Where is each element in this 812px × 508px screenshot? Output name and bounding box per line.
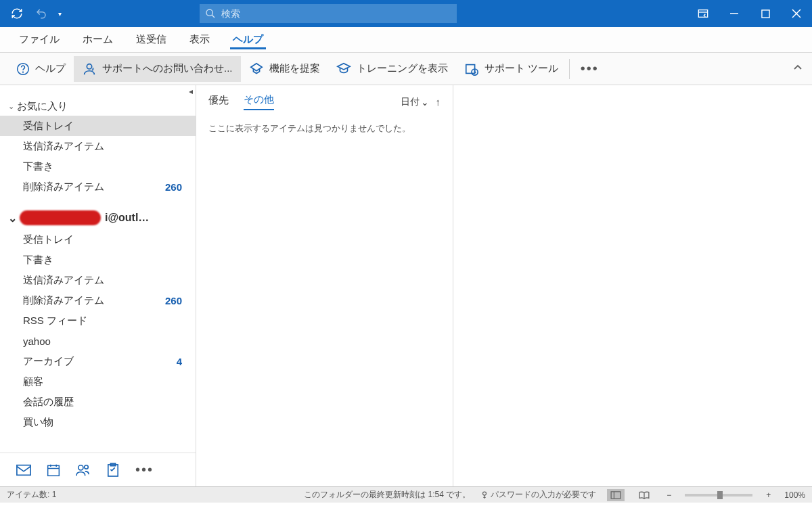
ribbon-support-tools[interactable]: サポート ツール — [456, 56, 566, 82]
favorite-item[interactable]: 削除済みアイテム260 — [0, 177, 196, 197]
account-folder-item[interactable]: 受信トレイ — [0, 229, 196, 250]
chevron-down-icon: ⌄ — [8, 212, 17, 225]
svg-point-10 — [78, 465, 83, 469]
navigation-pane: ◂ ⌄ お気に入り 受信トレイ送信済みアイテム下書き削除済みアイテム260 ⌄ … — [0, 85, 196, 486]
zoom-slider[interactable] — [685, 494, 752, 497]
favorite-item[interactable]: 送信済みアイテム — [0, 136, 196, 156]
account-suffix: i@outl… — [105, 212, 149, 224]
ribbon: ヘルプ サポートへのお問い合わせ... 機能を提案 トレーニングを表示 サポート… — [0, 53, 812, 85]
ribbon-contact-support[interactable]: サポートへのお問い合わせ... — [74, 56, 241, 82]
account-folder-item[interactable]: 会話の履歴 — [0, 392, 196, 412]
help-icon — [16, 62, 30, 76]
undo-button[interactable] — [31, 3, 51, 24]
folder-label: アーカイブ — [23, 355, 74, 368]
status-last-update: このフォルダーの最終更新時刻は 1:54 です。 — [304, 489, 470, 501]
titlebar: ▾ — [0, 0, 812, 27]
folder-label: 下書き — [23, 254, 53, 267]
tab-home[interactable]: ホーム — [73, 27, 122, 52]
svg-rect-8 — [17, 465, 30, 475]
headset-icon — [82, 62, 97, 76]
ribbon-show-training[interactable]: トレーニングを表示 — [328, 56, 456, 82]
folder-label: 顧客 — [23, 375, 43, 388]
tab-view[interactable]: 表示 — [180, 27, 219, 52]
folder-label: 受信トレイ — [23, 233, 74, 246]
folder-label: yahoo — [23, 336, 51, 347]
redacted-account-name — [20, 210, 101, 225]
menu-tabs: ファイル ホーム 送受信 表示 ヘルプ — [0, 27, 812, 53]
ribbon-suggest-feature[interactable]: 機能を提案 — [241, 56, 328, 82]
module-calendar[interactable] — [41, 457, 66, 483]
search-input[interactable] — [221, 8, 451, 19]
account-folder-item[interactable]: RSS フィード — [0, 310, 196, 331]
view-normal[interactable] — [607, 489, 625, 501]
account-header[interactable]: ⌄ i@outl… — [0, 206, 196, 229]
module-more[interactable]: ••• — [130, 462, 159, 478]
folder-count: 260 — [165, 181, 182, 193]
status-item-count: アイテム数: 1 — [7, 489, 56, 501]
svg-rect-2 — [761, 9, 769, 17]
folder-label: 送信済みアイテム — [23, 140, 104, 153]
folder-label: 会話の履歴 — [23, 396, 74, 409]
tab-help[interactable]: ヘルプ — [223, 27, 273, 52]
module-people[interactable] — [70, 457, 96, 483]
module-tasks[interactable] — [100, 457, 126, 483]
window-maximize[interactable] — [750, 0, 781, 27]
account-folder-item[interactable]: 削除済みアイテム260 — [0, 290, 196, 310]
sort-direction-button[interactable]: ↑ — [436, 96, 441, 108]
view-reading[interactable] — [635, 489, 653, 501]
sync-button[interactable] — [7, 3, 27, 24]
svg-point-4 — [23, 72, 24, 72]
message-list-pane: 優先 その他 日付 ⌄ ↑ ここに表示するアイテムは見つかりませんでした。 — [196, 85, 453, 486]
tab-focused[interactable]: 優先 — [208, 94, 229, 110]
sidebar-collapse-button[interactable]: ◂ — [189, 87, 193, 96]
ribbon-collapse-button[interactable] — [793, 63, 803, 74]
status-password-needed[interactable]: パスワードの入力が必要です — [481, 489, 596, 501]
folder-label: 削除済みアイテム — [23, 294, 104, 307]
tab-file[interactable]: ファイル — [9, 27, 69, 52]
search-box[interactable] — [200, 4, 457, 23]
svg-point-14 — [483, 492, 487, 495]
module-mail[interactable] — [11, 457, 37, 483]
folder-label: RSS フィード — [23, 315, 87, 327]
sort-by-button[interactable]: 日付 ⌄ — [401, 96, 429, 108]
tab-send-receive[interactable]: 送受信 — [127, 27, 176, 52]
chevron-down-icon: ⌄ — [8, 102, 14, 111]
chevron-down-icon: ⌄ — [421, 97, 429, 108]
tools-icon — [464, 62, 479, 76]
key-icon — [481, 491, 488, 499]
ribbon-help[interactable]: ヘルプ — [8, 56, 74, 82]
ribbon-help-label: ヘルプ — [35, 62, 66, 75]
account-folder-item[interactable]: 送信済みアイテム — [0, 270, 196, 290]
account-folder-item[interactable]: 下書き — [0, 250, 196, 270]
zoom-out[interactable]: − — [664, 490, 674, 500]
svg-point-0 — [206, 9, 212, 16]
account-folder-item[interactable]: アーカイブ4 — [0, 351, 196, 371]
favorite-item[interactable]: 受信トレイ — [0, 116, 196, 136]
folder-label: 削除済みアイテム — [23, 181, 104, 193]
favorites-label: お気に入り — [17, 100, 68, 113]
tab-other[interactable]: その他 — [244, 93, 274, 110]
folder-label: 受信トレイ — [23, 120, 74, 133]
zoom-value[interactable]: 100% — [784, 490, 805, 500]
lightbulb-icon — [249, 62, 264, 76]
search-icon — [205, 8, 216, 19]
account-folder-item[interactable]: 買い物 — [0, 412, 196, 432]
window-close[interactable] — [781, 0, 812, 27]
sidebar-module-switcher: ••• — [0, 453, 196, 486]
ribbon-more[interactable]: ••• — [572, 61, 607, 76]
qat-customize-dropdown[interactable]: ▾ — [55, 10, 64, 18]
svg-rect-9 — [48, 465, 60, 476]
reading-pane — [453, 85, 812, 486]
svg-rect-15 — [611, 491, 621, 498]
favorites-header[interactable]: ⌄ お気に入り — [0, 97, 196, 116]
favorite-item[interactable]: 下書き — [0, 156, 196, 177]
svg-point-5 — [87, 64, 91, 68]
account-folder-item[interactable]: 顧客 — [0, 371, 196, 392]
ribbon-suggest-feature-label: 機能を提案 — [269, 62, 320, 75]
training-icon — [336, 62, 351, 76]
ribbon-display-options[interactable] — [687, 0, 719, 27]
ribbon-contact-support-label: サポートへのお問い合わせ... — [102, 62, 233, 75]
window-minimize[interactable] — [719, 0, 750, 27]
account-folder-item[interactable]: yahoo — [0, 331, 196, 351]
zoom-in[interactable]: + — [763, 490, 773, 500]
